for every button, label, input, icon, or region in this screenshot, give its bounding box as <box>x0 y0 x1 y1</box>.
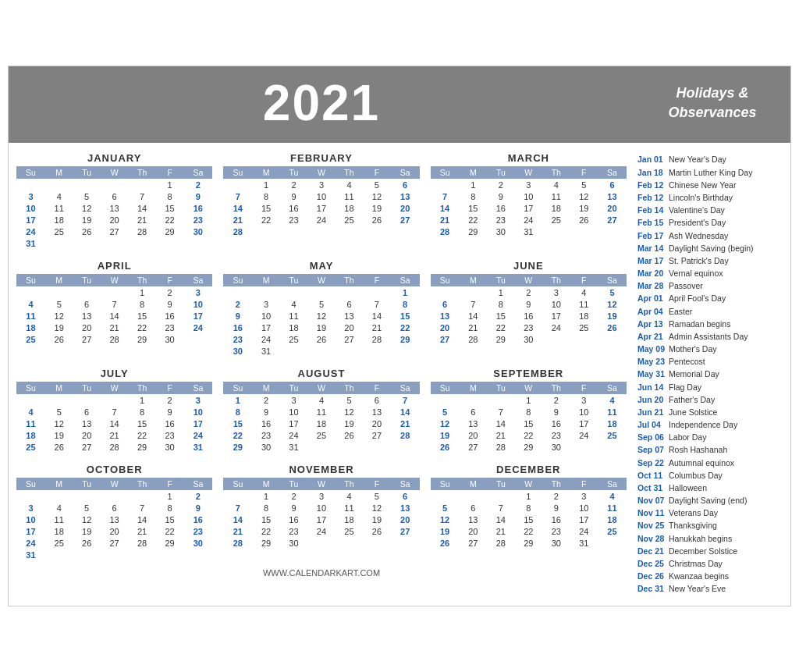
cal-day: 28 <box>363 333 390 345</box>
cal-day: 4 <box>570 286 598 298</box>
cal-day: 12 <box>598 298 627 310</box>
calendar-page: 2021 Holidays & Observances JANUARYSuMTu… <box>8 66 791 606</box>
weekday-header: Tu <box>487 478 514 490</box>
cal-day <box>307 345 335 357</box>
weekday-header: Sa <box>183 382 212 394</box>
cal-day: 10 <box>16 514 45 525</box>
weekday-header: Tu <box>487 382 514 394</box>
weekday-header: W <box>515 166 542 179</box>
holiday-row: Jun 21June Solstice <box>637 407 781 418</box>
month-block-august: AUGUSTSuMTuWThFSa12345678910111213141516… <box>222 364 421 456</box>
cal-day: 30 <box>280 537 307 549</box>
cal-day: 27 <box>336 333 364 345</box>
holiday-name: Daylight Saving (begin) <box>669 243 754 254</box>
cal-day: 21 <box>223 525 252 537</box>
holiday-row: Jan 18Martin Luther King Day <box>637 167 781 178</box>
cal-day: 4 <box>45 190 73 202</box>
cal-day: 8 <box>487 298 514 310</box>
weekday-header: M <box>460 274 487 286</box>
cal-day: 25 <box>542 214 570 226</box>
cal-table-october: SuMTuWThFSa12345678910111213141516171819… <box>16 478 212 560</box>
cal-day: 16 <box>542 418 570 429</box>
cal-day: 20 <box>598 202 627 214</box>
weekday-header: W <box>101 274 128 286</box>
cal-day: 14 <box>391 406 420 418</box>
cal-day: 9 <box>156 298 183 310</box>
cal-day: 3 <box>307 490 335 502</box>
cal-day: 25 <box>336 214 364 226</box>
weekday-header: F <box>363 478 390 490</box>
cal-day: 26 <box>45 333 73 345</box>
cal-day <box>45 394 73 406</box>
cal-day: 3 <box>280 394 307 406</box>
holiday-name: Autumnal equinox <box>669 457 734 468</box>
cal-day <box>280 286 307 298</box>
cal-day <box>336 345 364 357</box>
cal-day: 5 <box>598 286 627 298</box>
cal-day: 28 <box>223 537 252 549</box>
cal-day: 31 <box>570 537 598 549</box>
weekday-header: Su <box>16 274 45 286</box>
weekday-header: Sa <box>598 478 627 490</box>
cal-day: 1 <box>460 179 487 190</box>
cal-day: 14 <box>223 514 252 525</box>
holiday-date: Mar 28 <box>637 280 666 291</box>
cal-day: 29 <box>515 441 542 453</box>
cal-day: 8 <box>156 502 183 514</box>
cal-day: 11 <box>45 514 73 525</box>
cal-table-august: SuMTuWThFSa12345678910111213141516171819… <box>223 382 419 453</box>
cal-day: 5 <box>45 298 73 310</box>
cal-day: 19 <box>307 322 335 333</box>
cal-day: 7 <box>101 298 128 310</box>
holiday-name: St. Patrick's Day <box>669 255 729 266</box>
cal-day <box>336 537 364 549</box>
cal-day: 10 <box>570 502 598 514</box>
cal-day: 29 <box>156 226 183 237</box>
cal-day <box>73 394 100 406</box>
cal-day: 25 <box>598 525 627 537</box>
cal-day: 19 <box>363 514 390 525</box>
holiday-name: Father's Day <box>669 394 715 405</box>
cal-day: 7 <box>363 298 390 310</box>
cal-day: 24 <box>515 214 542 226</box>
cal-day: 24 <box>252 333 279 345</box>
weekday-header: F <box>570 382 598 394</box>
cal-day: 29 <box>391 333 420 345</box>
cal-day: 30 <box>223 345 252 357</box>
cal-day: 21 <box>487 525 514 537</box>
weekday-header: Su <box>16 166 45 179</box>
weekday-header: Th <box>128 382 156 394</box>
cal-day: 8 <box>223 406 252 418</box>
cal-day: 26 <box>598 322 627 333</box>
cal-day: 4 <box>307 394 335 406</box>
cal-day: 22 <box>252 525 279 537</box>
cal-day: 13 <box>73 310 100 322</box>
cal-day: 14 <box>487 514 514 525</box>
holiday-name: Pentecost <box>669 356 705 367</box>
cal-day: 2 <box>280 179 307 190</box>
cal-day: 11 <box>598 406 627 418</box>
cal-day: 2 <box>280 490 307 502</box>
cal-table-june: SuMTuWThFSa12345678910111213141516171819… <box>431 274 627 345</box>
month-name: APRIL <box>16 260 212 272</box>
holiday-date: May 23 <box>637 356 666 367</box>
holidays-header-title: Holidays & Observances <box>668 84 756 123</box>
cal-day: 6 <box>363 394 390 406</box>
cal-day <box>73 237 100 249</box>
cal-day <box>128 490 156 502</box>
month-block-december: DECEMBERSuMTuWThFSa123456789101112131415… <box>429 460 628 564</box>
weekday-header: Sa <box>183 274 212 286</box>
weekday-header: Tu <box>487 274 514 286</box>
holiday-date: Mar 20 <box>637 268 666 279</box>
holiday-name: Vernal equinox <box>669 268 723 279</box>
cal-day: 13 <box>391 190 420 202</box>
weekday-header: Th <box>336 274 364 286</box>
cal-day: 25 <box>280 333 307 345</box>
holiday-date: Nov 28 <box>637 533 666 544</box>
holiday-name: December Solstice <box>669 546 737 556</box>
cal-day: 8 <box>515 406 542 418</box>
weekday-header: M <box>460 478 487 490</box>
holiday-row: Nov 11Veterans Day <box>637 507 781 518</box>
cal-day: 7 <box>487 406 514 418</box>
cal-day: 11 <box>542 190 570 202</box>
